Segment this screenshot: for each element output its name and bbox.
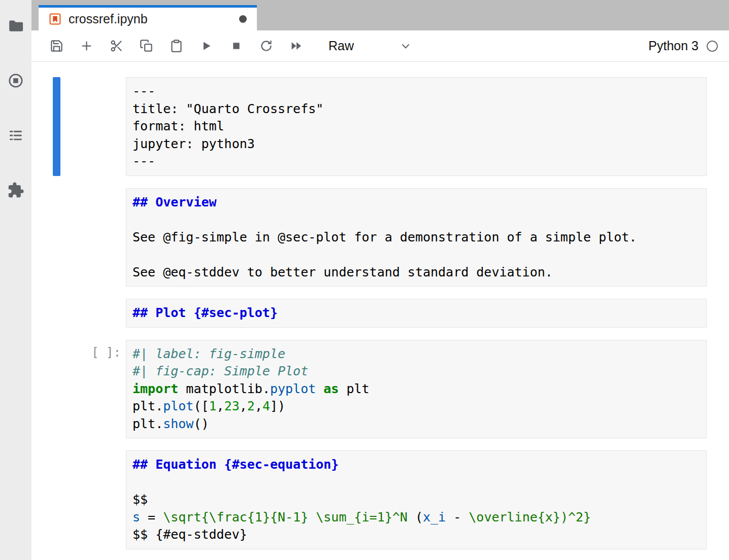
copy-icon — [140, 39, 153, 53]
extension-manager-button[interactable] — [6, 181, 25, 200]
execution-count-prompt — [121, 450, 126, 456]
table-of-contents-button[interactable] — [6, 126, 25, 145]
extensions-icon — [7, 182, 24, 199]
run-icon — [200, 39, 213, 53]
chevron-down-icon — [400, 40, 412, 52]
save-button[interactable] — [45, 34, 68, 58]
cell-gutter — [31, 299, 126, 328]
cut-cells-button[interactable] — [105, 34, 128, 58]
file-browser-button[interactable] — [6, 16, 25, 36]
restart-kernel-icon — [259, 39, 273, 53]
kernel-name[interactable]: Python 3 — [648, 39, 699, 53]
code-line: See @fig-simple in @sec-plot for a demon… — [132, 229, 700, 247]
cell-editor[interactable]: ## Equation {#sec-equation} $$s = \sqrt{… — [126, 450, 707, 549]
notebook-toolbar: Raw Python 3 — [31, 30, 729, 62]
insert-cell-icon — [80, 39, 93, 53]
code-line — [132, 211, 700, 229]
tab-title: crossref.ipynb — [69, 12, 148, 26]
cell-editor[interactable]: ## Plot {#sec-plot} — [126, 299, 707, 328]
code-line: ## Equation {#sec-equation} — [132, 456, 700, 474]
unsaved-changes-dot[interactable] — [239, 15, 247, 23]
left-activity-bar — [0, 0, 31, 560]
copy-cells-button[interactable] — [135, 34, 158, 58]
paste-cells-button[interactable] — [164, 34, 188, 58]
cell-code-simple-plot[interactable]: [ ]:#| label: fig-simple#| fig-cap: Simp… — [31, 340, 729, 439]
code-line: title: "Quarto Crossrefs" — [132, 100, 700, 118]
execution-count-prompt — [121, 299, 126, 304]
code-line: s = \sqrt{\frac{1}{N-1} \sum_{i=1}^N (x_… — [132, 509, 700, 527]
cell-gutter — [31, 77, 126, 176]
cell-gutter: [ ]: — [31, 340, 126, 439]
save-icon — [50, 39, 63, 53]
code-line: plt.plot([1,23,2,4]) — [132, 398, 700, 415]
cell-list: ---title: "Quarto Crossrefs"format: html… — [31, 77, 729, 549]
code-line: See @eq-stddev to better understand stan… — [132, 264, 700, 282]
cell-gutter — [31, 450, 126, 549]
execution-count-prompt: [ ]: — [91, 340, 126, 360]
kernel-idle-circle-icon[interactable] — [707, 41, 718, 52]
running-sessions-button[interactable] — [6, 71, 25, 90]
dock-tab-bar: crossref.ipynb — [31, 0, 729, 30]
cell-markdown-overview[interactable]: ## Overview See @fig-simple in @sec-plot… — [31, 188, 729, 287]
run-cell-button[interactable] — [194, 34, 218, 58]
cell-markdown-equation[interactable]: ## Equation {#sec-equation} $$s = \sqrt{… — [31, 450, 729, 549]
folder-icon — [7, 17, 24, 34]
code-line: $$ — [132, 491, 700, 509]
table-of-contents-icon — [7, 127, 24, 144]
code-line: --- — [132, 83, 700, 100]
code-line: #| label: fig-simple — [132, 345, 700, 363]
code-line — [132, 246, 700, 264]
code-line — [132, 474, 700, 492]
stop-icon — [229, 39, 243, 53]
cell-gutter — [31, 188, 126, 287]
cell-editor[interactable]: ## Overview See @fig-simple in @sec-plot… — [126, 188, 707, 287]
cell-markdown-plot-heading[interactable]: ## Plot {#sec-plot} — [31, 299, 729, 328]
code-line: ## Plot {#sec-plot} — [132, 304, 700, 322]
restart-run-all-icon — [289, 39, 303, 53]
restart-kernel-button[interactable] — [254, 34, 278, 58]
code-line: $$ {#eq-stddev} — [132, 526, 700, 544]
selected-cell-collapser[interactable] — [53, 77, 60, 176]
code-line: --- — [132, 153, 700, 170]
code-line: plt.show() — [132, 415, 700, 433]
cell-type-dropdown[interactable]: Raw — [328, 39, 412, 53]
code-line: ## Overview — [132, 194, 700, 212]
code-line: format: html — [132, 118, 700, 135]
cut-icon — [110, 39, 123, 53]
tab-crossref-ipynb[interactable]: crossref.ipynb — [39, 5, 257, 30]
cell-type-value: Raw — [328, 39, 354, 53]
code-line: #| fig-cap: Simple Plot — [132, 363, 700, 380]
restart-run-all-button[interactable] — [284, 34, 308, 58]
paste-icon — [170, 39, 183, 53]
running-kernels-icon — [7, 72, 24, 89]
cell-raw-frontmatter[interactable]: ---title: "Quarto Crossrefs"format: html… — [31, 77, 729, 176]
jupyterlab-window: crossref.ipynb — [0, 0, 729, 560]
execution-count-prompt — [121, 77, 126, 83]
cell-editor[interactable]: ---title: "Quarto Crossrefs"format: html… — [126, 77, 707, 176]
insert-cell-button[interactable] — [75, 34, 98, 58]
code-line: import matplotlib.pyplot as plt — [132, 380, 700, 398]
code-line: jupyter: python3 — [132, 135, 700, 153]
notebook-area: ---title: "Quarto Crossrefs"format: html… — [31, 62, 729, 560]
execution-count-prompt — [121, 188, 126, 194]
interrupt-kernel-button[interactable] — [224, 34, 248, 58]
notebook-icon — [49, 13, 61, 25]
cell-editor[interactable]: #| label: fig-simple#| fig-cap: Simple P… — [126, 340, 707, 439]
